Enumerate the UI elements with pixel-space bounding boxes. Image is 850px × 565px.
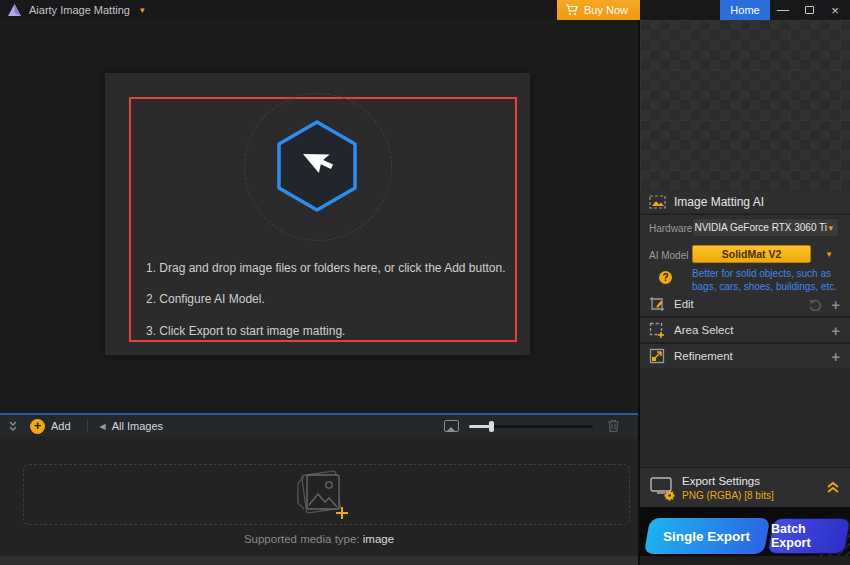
batch-export-button[interactable]: Batch Export [767,518,850,554]
section-refinement[interactable]: Refinement + [640,344,850,368]
title-bar: Aiarty Image Matting ▾ Buy Now Home — × [0,0,850,20]
ai-model-chevron[interactable]: ▾ [816,245,842,263]
main-canvas: 1. Drag and drop image files or folders … [0,20,638,413]
instruction-step-2: 2. Configure AI Model. [146,292,265,306]
single-export-label: Single Export [663,529,750,544]
maximize-button[interactable] [796,0,822,20]
add-files-hexagon[interactable] [267,114,367,218]
export-settings-title: Export Settings [682,475,774,487]
chevron-down-icon: ▾ [828,223,833,233]
collapse-up-icon[interactable] [826,481,840,494]
slider-fill [469,425,491,428]
image-matting-ai-header[interactable]: Image Matting AI [640,190,850,214]
supported-media-label: Supported media type: [244,533,360,545]
export-settings-header[interactable]: Export Settings PNG (RGBA) [8 bits] [640,468,850,507]
edit-label: Edit [674,298,694,310]
hardware-value: NVIDIA GeForce RTX 3060 Ti [693,222,828,233]
media-toolbar: + Add ◀ All Images [0,413,638,437]
home-label: Home [730,4,759,16]
media-strip: Supported media type: image [0,437,638,556]
edit-icon [649,296,665,312]
instruction-step-1: 1. Drag and drop image files or folders … [146,261,506,275]
right-panel: Image Matting AI Hardware NVIDIA GeForce… [640,20,850,565]
close-button[interactable]: × [822,0,848,20]
section-edit[interactable]: Edit + [640,292,850,316]
instruction-step-3: 3. Click Export to start image matting. [146,324,345,338]
buy-now-label: Buy Now [584,4,628,16]
edit-add-icon[interactable]: + [831,297,840,312]
cart-icon [565,4,578,16]
trash-icon[interactable] [607,419,620,433]
app-title: Aiarty Image Matting [29,4,130,16]
drop-zone[interactable]: 1. Drag and drop image files or folders … [105,73,530,355]
area-select-icon [649,322,665,338]
section-area-select[interactable]: Area Select + [640,318,850,342]
toolbar-divider [87,420,88,433]
hardware-dropdown[interactable]: NVIDIA GeForce RTX 3060 Ti ▾ [692,218,839,237]
collapse-panel-icon[interactable] [6,419,20,433]
minimize-button[interactable]: — [770,0,796,20]
image-placeholder-icon[interactable] [290,463,352,521]
supported-media-value: image [363,533,394,545]
single-export-button[interactable]: Single Export [644,518,770,554]
refinement-add-icon[interactable]: + [831,349,840,364]
export-format-value[interactable]: PNG (RGBA) [8 bits] [682,490,774,501]
area-select-label: Area Select [674,324,733,336]
ai-model-dropdown[interactable]: SolidMat V2 [692,245,811,263]
thumbnail-size-slider[interactable] [469,420,593,432]
transparency-preview-area [640,20,850,190]
window-bottom-edge [0,556,638,565]
add-icon[interactable]: + [30,419,45,434]
maximize-icon [805,6,814,14]
home-button[interactable]: Home [720,0,770,20]
thumbnail-size-icon [444,420,459,432]
app-window: Aiarty Image Matting ▾ Buy Now Home — × [0,0,850,565]
image-matting-icon [649,195,666,209]
back-arrow-icon[interactable]: ◀ [100,422,106,431]
chevron-down-icon: ▾ [827,249,832,259]
undo-icon[interactable] [808,298,823,311]
export-settings-icon [650,477,674,499]
export-buttons-bar: Single Export Batch Export [640,507,850,556]
ai-model-label: AI Model [649,250,688,261]
slider-handle[interactable] [489,421,494,432]
batch-export-label: Batch Export [771,522,847,550]
model-help-icon[interactable]: ? [659,271,672,284]
all-images-filter[interactable]: All Images [112,420,163,432]
image-matting-title: Image Matting AI [674,195,764,209]
refinement-label: Refinement [674,350,733,362]
area-select-add-icon[interactable]: + [831,323,840,338]
refinement-icon [649,348,665,364]
app-logo-icon [8,4,21,16]
ai-model-value: SolidMat V2 [722,248,782,260]
model-hint-text: Better for solid objects, such as bags, … [692,267,844,293]
panel-filler [640,368,850,467]
supported-media-text: Supported media type: image [0,533,638,545]
buy-now-button[interactable]: Buy Now [557,0,640,20]
add-button[interactable]: Add [51,420,71,432]
gear-icon [663,489,676,502]
hardware-label: Hardware [649,223,692,234]
chevron-down-icon[interactable]: ▾ [140,5,145,15]
